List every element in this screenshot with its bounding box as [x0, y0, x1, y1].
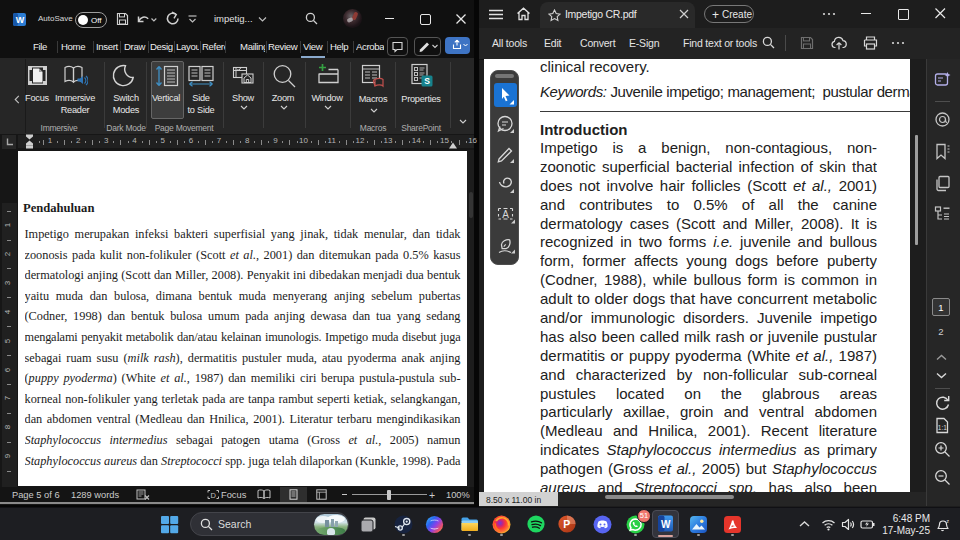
svg-text:1:1: 1:1 — [938, 424, 947, 431]
svg-text:P: P — [563, 518, 570, 530]
svg-text:W: W — [661, 519, 671, 530]
svg-text:S: S — [424, 76, 430, 86]
svg-text:W: W — [16, 15, 25, 25]
svg-text:z: z — [947, 518, 950, 524]
svg-text:D: D — [211, 491, 217, 500]
svg-text:A: A — [502, 209, 509, 220]
